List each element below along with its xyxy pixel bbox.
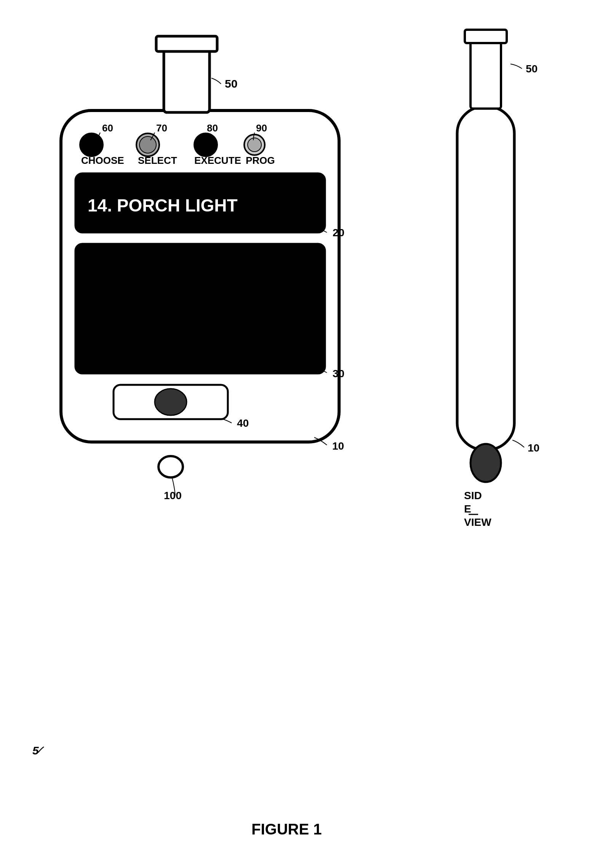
svg-point-7 xyxy=(139,136,156,153)
svg-text:50: 50 xyxy=(225,77,237,90)
svg-text:SID: SID xyxy=(464,490,482,501)
svg-rect-1 xyxy=(164,46,210,112)
choose-label: CHOOSE xyxy=(81,155,124,166)
svg-text:40: 40 xyxy=(237,417,249,429)
svg-point-22 xyxy=(158,456,183,477)
execute-label: EXECUTE xyxy=(194,155,241,166)
svg-point-9 xyxy=(194,133,217,156)
svg-text:60: 60 xyxy=(102,122,113,134)
select-label: SELECT xyxy=(138,155,177,166)
svg-point-4 xyxy=(80,133,103,156)
display-text: 14. PORCH LIGHT xyxy=(88,195,238,215)
svg-text:80: 80 xyxy=(207,122,218,134)
svg-point-12 xyxy=(248,138,261,152)
svg-text:90: 90 xyxy=(256,122,267,134)
svg-text:20: 20 xyxy=(333,227,344,239)
svg-text:VIEW: VIEW xyxy=(464,516,491,528)
svg-rect-2 xyxy=(156,36,217,51)
svg-text:5: 5 xyxy=(32,744,39,757)
svg-text:50: 50 xyxy=(526,63,538,75)
svg-text:70: 70 xyxy=(156,122,167,134)
svg-text:100: 100 xyxy=(164,490,182,501)
svg-text:10: 10 xyxy=(528,442,539,454)
svg-rect-26 xyxy=(465,30,507,43)
svg-text:30: 30 xyxy=(333,368,344,380)
svg-text:E: E xyxy=(464,503,471,515)
svg-rect-25 xyxy=(471,38,501,109)
svg-text:10: 10 xyxy=(332,440,344,452)
drawing-area: 50 60 70 80 90 CHOOSE SELECT EXECUTE PRO… xyxy=(0,0,613,868)
svg-point-19 xyxy=(155,389,187,415)
svg-rect-24 xyxy=(457,107,514,450)
svg-rect-16 xyxy=(75,244,325,373)
prog-label: PROG xyxy=(246,155,275,166)
svg-point-28 xyxy=(471,444,501,482)
figure-label: FIGURE 1 xyxy=(251,821,322,838)
